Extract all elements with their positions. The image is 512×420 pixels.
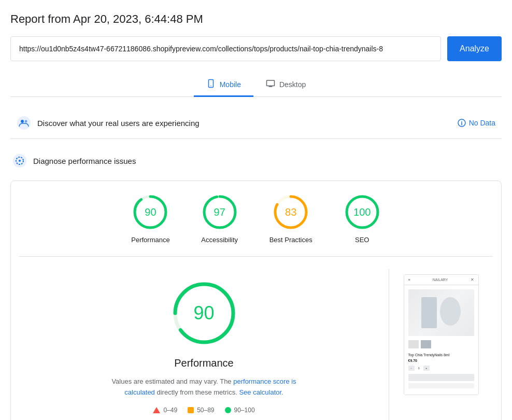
mobile-icon [206, 79, 216, 90]
legend-red-icon [153, 407, 160, 413]
svg-rect-2 [266, 80, 274, 86]
qty-minus[interactable]: - [408, 366, 415, 371]
score-accessibility[interactable]: 97 Accessibility [201, 193, 238, 244]
scores-card: 90 Performance 97 Accessibility 83 [10, 180, 502, 420]
analyze-button[interactable]: Analyze [447, 36, 502, 61]
score-value-best-practices: 83 [285, 206, 296, 218]
big-score-value: 90 [193, 302, 214, 324]
discover-section: Discover what your real users are experi… [10, 107, 502, 139]
tab-desktop[interactable]: Desktop [253, 74, 318, 97]
product-oval-img [440, 297, 461, 326]
url-bar-row: Analyze [10, 36, 502, 61]
score-best-practices[interactable]: 83 Best Practices [269, 193, 312, 244]
svg-point-5 [25, 120, 27, 123]
detail-row: 90 Performance Values are estimated and … [19, 257, 493, 420]
preview-product-price: €9.70 [408, 359, 474, 362]
device-preview-body: Top Chia TrendyNails 8ml €9.70 - 1 + [404, 285, 478, 395]
tab-mobile-label: Mobile [220, 80, 241, 89]
legend-green-icon [225, 407, 231, 413]
add-to-cart-preview [408, 374, 474, 381]
users-icon [17, 116, 31, 130]
score-circle-best-practices: 83 [272, 193, 309, 231]
score-label-seo: SEO [355, 236, 369, 244]
no-data-badge: No Data [458, 119, 495, 127]
scores-row: 90 Performance 97 Accessibility 83 [19, 193, 493, 257]
device-preview: ≡ NAILARY ✕ [404, 274, 479, 395]
legend-row: 0–49 50–89 90–100 [153, 407, 254, 414]
detail-left: 90 Performance Values are estimated and … [19, 269, 389, 420]
info-icon [458, 119, 466, 127]
diagnose-section: Diagnose performance issues [10, 147, 502, 174]
legend-red: 0–49 [153, 407, 177, 414]
product-image [408, 289, 474, 336]
desktop-icon [266, 79, 275, 90]
score-label-best-practices: Best Practices [269, 236, 312, 244]
calculator-link[interactable]: See calculator. [239, 388, 283, 396]
score-circle-accessibility: 97 [201, 193, 238, 231]
legend-orange-icon [188, 407, 194, 413]
svg-point-1 [210, 86, 211, 87]
score-circle-seo: 100 [344, 193, 381, 231]
tab-desktop-label: Desktop [279, 80, 306, 89]
score-value-accessibility: 97 [214, 206, 225, 218]
detail-right: ≡ NAILARY ✕ [389, 269, 493, 420]
legend-green: 90–100 [225, 407, 255, 414]
url-input[interactable] [10, 36, 441, 61]
product-image-inner [421, 297, 461, 328]
product-box-img [421, 297, 437, 328]
score-label-performance: Performance [131, 236, 169, 244]
diagnose-text: Diagnose performance issues [33, 157, 136, 165]
score-circle-performance: 90 [132, 193, 169, 231]
score-value-seo: 100 [353, 206, 371, 218]
score-description: Values are estimated and may vary. The p… [111, 376, 297, 398]
score-value-performance: 90 [145, 206, 156, 218]
legend-green-label: 90–100 [234, 407, 255, 414]
svg-point-3 [17, 116, 31, 130]
buy-now-preview [408, 383, 474, 388]
thumb-2 [421, 340, 431, 348]
qty-value: 1 [416, 366, 422, 371]
preview-product-name: Top Chia TrendyNails 8ml [408, 353, 474, 357]
big-score-circle: 90 [170, 279, 238, 347]
legend-red-label: 0–49 [163, 407, 177, 414]
legend-orange: 50–89 [188, 407, 214, 414]
svg-point-4 [21, 120, 24, 123]
big-score-label: Performance [174, 357, 234, 369]
device-preview-header: ≡ NAILARY ✕ [404, 275, 478, 285]
tabs-row: Mobile Desktop [10, 74, 502, 97]
svg-point-9 [19, 160, 21, 162]
tab-mobile[interactable]: Mobile [194, 74, 253, 97]
thumb-row [408, 340, 474, 348]
score-label-accessibility: Accessibility [201, 236, 238, 244]
thumb-1 [408, 340, 419, 348]
legend-orange-label: 50–89 [197, 407, 214, 414]
discover-text: Discover what your real users are experi… [37, 119, 200, 128]
diagnose-icon [12, 153, 27, 168]
qty-row: - 1 + [408, 366, 474, 371]
qty-plus[interactable]: + [423, 366, 430, 371]
no-data-text: No Data [469, 119, 495, 127]
score-performance[interactable]: 90 Performance [131, 193, 169, 244]
discover-left: Discover what your real users are experi… [17, 116, 200, 130]
report-title: Report from Apr 20, 2023, 6:44:48 PM [10, 12, 502, 26]
score-seo[interactable]: 100 SEO [344, 193, 381, 244]
brand-name: NAILARY [433, 278, 448, 282]
